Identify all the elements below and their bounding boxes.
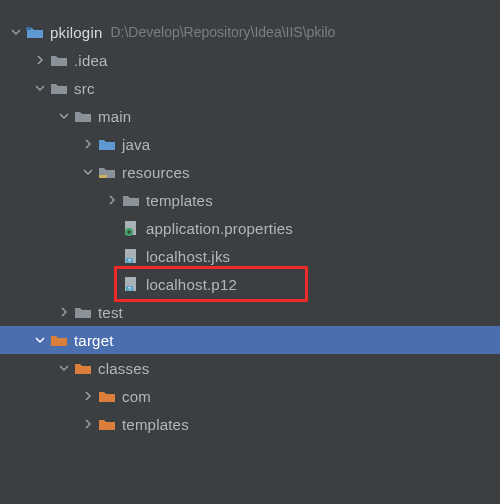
folder-icon [74,107,92,125]
properties-file-icon [122,219,140,237]
tree-item-classes[interactable]: classes [0,354,500,382]
tree-item-idea[interactable]: .idea [0,46,500,74]
tree-item-project-root[interactable]: pkilogin D:\Develop\Repository\Idea\IIS\… [0,18,500,46]
folder-icon [50,79,68,97]
tree-item-label: .idea [74,52,108,69]
tree-item-label: templates [122,416,189,433]
chevron-right-icon[interactable] [80,136,96,152]
svg-point-4 [128,231,131,234]
chevron-down-icon[interactable] [80,164,96,180]
tree-item-templates[interactable]: templates [0,186,500,214]
chevron-right-icon[interactable] [80,388,96,404]
tree-item-localhost-p12[interactable]: ? localhost.p12 [0,270,500,298]
chevron-right-icon[interactable] [80,416,96,432]
chevron-down-icon[interactable] [56,108,72,124]
excluded-folder-icon [74,359,92,377]
tree-item-label: templates [146,192,213,209]
chevron-down-icon[interactable] [32,80,48,96]
folder-icon [26,23,44,41]
tree-item-label: test [98,304,123,321]
chevron-right-icon[interactable] [104,192,120,208]
tree-item-com[interactable]: com [0,382,500,410]
tree-item-label: target [74,332,114,349]
tree-item-target[interactable]: target [0,326,500,354]
excluded-folder-icon [50,331,68,349]
tree-item-application-properties[interactable]: application.properties [0,214,500,242]
chevron-down-icon[interactable] [56,360,72,376]
tree-item-label: classes [98,360,149,377]
tree-item-label: localhost.p12 [146,276,237,293]
tree-item-label: src [74,80,95,97]
tree-item-test[interactable]: test [0,298,500,326]
tree-item-java[interactable]: java [0,130,500,158]
tree-item-src[interactable]: src [0,74,500,102]
file-icon: ? [122,247,140,265]
svg-rect-0 [26,27,31,30]
excluded-folder-icon [98,415,116,433]
chevron-down-icon[interactable] [8,24,24,40]
tree-item-label: localhost.jks [146,248,230,265]
project-tree[interactable]: pkilogin D:\Develop\Repository\Idea\IIS\… [0,16,500,438]
project-path-hint: D:\Develop\Repository\Idea\IIS\pkilo [110,24,335,40]
tree-item-resources[interactable]: resources [0,158,500,186]
tree-item-templates-classes[interactable]: templates [0,410,500,438]
tree-item-label: application.properties [146,220,293,237]
tree-item-label: java [122,136,150,153]
folder-icon [74,303,92,321]
tree-item-label: com [122,388,151,405]
folder-icon [122,191,140,209]
project-name: pkilogin [50,24,102,41]
chevron-right-icon[interactable] [32,52,48,68]
tree-item-label: main [98,108,131,125]
source-folder-icon [98,135,116,153]
resources-folder-icon [98,163,116,181]
svg-rect-1 [99,175,107,178]
file-icon: ? [122,275,140,293]
tree-item-label: resources [122,164,190,181]
chevron-down-icon[interactable] [32,332,48,348]
tree-item-localhost-jks[interactable]: ? localhost.jks [0,242,500,270]
tree-item-main[interactable]: main [0,102,500,130]
excluded-folder-icon [98,387,116,405]
chevron-right-icon[interactable] [56,304,72,320]
folder-icon [50,51,68,69]
